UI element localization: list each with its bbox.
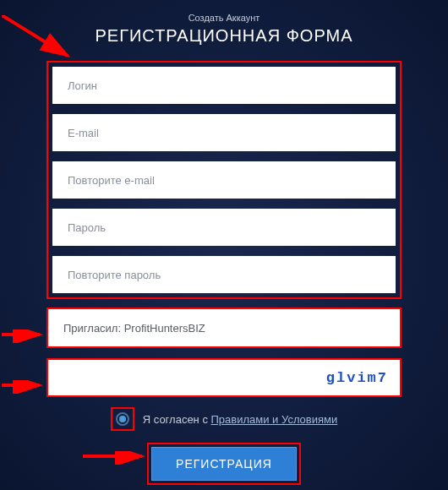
radio-dot-icon <box>119 416 126 422</box>
password-confirm-input[interactable] <box>52 256 396 293</box>
submit-highlight: РЕГИСТРАЦИЯ <box>147 443 301 485</box>
agreement-row: Я согласен с Правилами и Условиями <box>46 407 402 431</box>
header-subtitle: Создать Аккаунт <box>46 13 402 23</box>
header-title: РЕГИСТРАЦИОННАЯ ФОРМА <box>46 26 402 46</box>
password-input[interactable] <box>52 209 396 246</box>
login-input[interactable] <box>52 67 396 104</box>
main-fields-group <box>46 61 402 299</box>
referrer-box: Пригласил: ProfitHuntersBIZ <box>46 308 402 348</box>
captcha-code: glvim7 <box>326 370 388 386</box>
terms-link[interactable]: Правилами и Условиями <box>211 413 338 426</box>
email-input[interactable] <box>52 114 396 151</box>
referrer-text: Пригласил: ProfitHuntersBIZ <box>63 322 205 335</box>
agreement-prefix: Я согласен с <box>143 413 211 426</box>
email-confirm-input[interactable] <box>52 161 396 199</box>
submit-button[interactable]: РЕГИСТРАЦИЯ <box>151 447 297 481</box>
captcha-box[interactable]: glvim7 <box>46 358 402 397</box>
agreement-radio[interactable] <box>116 412 129 426</box>
agreement-text: Я согласен с Правилами и Условиями <box>143 413 338 426</box>
agreement-radio-highlight <box>111 407 134 431</box>
